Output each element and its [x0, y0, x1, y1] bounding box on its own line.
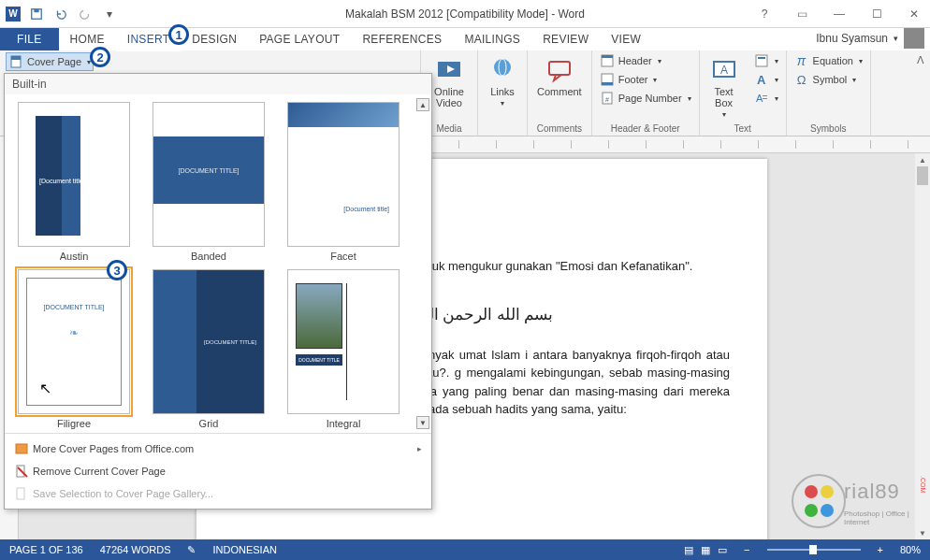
status-language[interactable]: INDONESIAN [212, 544, 276, 555]
text-box-label: Text Box [710, 86, 738, 108]
cover-page-button[interactable]: Cover Page ▾ [6, 52, 94, 71]
cover-banded-label: Banded [191, 251, 226, 262]
footer-label: Footer [618, 74, 648, 85]
ribbon-options-icon[interactable]: ▭ [790, 5, 814, 23]
minimize-button[interactable]: — [827, 5, 851, 23]
maximize-button[interactable]: ☐ [865, 5, 889, 23]
links-button[interactable]: Links▾ [484, 52, 521, 109]
group-text: Text [734, 122, 750, 136]
svg-text:A: A [756, 93, 763, 104]
gallery-scroll-up-icon[interactable]: ▲ [416, 98, 429, 111]
view-web-icon[interactable]: ▭ [718, 544, 727, 556]
footer-button[interactable]: Footer▾ [598, 71, 693, 88]
tab-review[interactable]: REVIEW [531, 28, 600, 50]
symbol-label: Symbol [813, 74, 848, 85]
status-words[interactable]: 47264 WORDS [100, 544, 171, 555]
view-read-icon[interactable]: ▤ [684, 544, 693, 556]
page-number-button[interactable]: #Page Number▾ [598, 90, 693, 107]
save-gallery-icon [14, 486, 29, 501]
annotation-3: 3 [107, 260, 127, 280]
thumb-integral-title: DOCUMENT TITLE [296, 354, 342, 366]
remove-cover-page-label: Remove Current Cover Page [33, 466, 166, 477]
tab-view[interactable]: VIEW [600, 28, 652, 50]
svg-rect-18 [756, 55, 767, 66]
drop-cap-icon: A [754, 91, 769, 106]
tab-references[interactable]: REFERENCES [351, 28, 453, 50]
svg-rect-9 [549, 62, 570, 75]
equation-button[interactable]: πEquation▾ [792, 52, 865, 69]
wordart-button[interactable]: A▾ [752, 71, 780, 88]
cover-austin[interactable]: [Document title] Austin [10, 102, 138, 262]
close-button[interactable]: ✕ [902, 5, 926, 23]
undo-icon[interactable] [52, 6, 69, 22]
thumb-grid-title: [DOCUMENT TITLE] [196, 270, 264, 413]
comment-icon [545, 54, 574, 84]
text-box-button[interactable]: AText Box▾ [705, 52, 743, 121]
cover-integral-label: Integral [327, 418, 361, 429]
zoom-in-button[interactable]: + [878, 544, 883, 555]
save-icon[interactable] [28, 6, 45, 22]
title-bar: W ▾ Makalah BSM 2012 [Compatibility Mode… [0, 0, 930, 28]
tab-page-layout[interactable]: PAGE LAYOUT [248, 28, 351, 50]
thumb-facet-title: [Document title] [343, 206, 389, 212]
cursor-icon: ↖ [39, 380, 51, 397]
cover-grid-label: Grid [199, 418, 219, 429]
scroll-thumb[interactable] [917, 166, 928, 185]
svg-rect-24 [16, 444, 27, 453]
cover-facet[interactable]: [Document title] Facet [280, 102, 407, 262]
status-page[interactable]: PAGE 1 OF 136 [9, 544, 83, 555]
cover-filigree[interactable]: [DOCUMENT TITLE]❧ Filigree [10, 269, 138, 429]
svg-rect-27 [17, 488, 24, 499]
zoom-level[interactable]: 80% [900, 544, 921, 555]
cover-banded[interactable]: [DOCUMENT TITLE] Banded [145, 102, 272, 262]
zoom-slider[interactable] [767, 549, 861, 551]
view-print-icon[interactable]: ▦ [701, 544, 710, 556]
header-icon [600, 53, 615, 68]
cover-page-label: Cover Page [27, 56, 81, 67]
cover-integral[interactable]: DOCUMENT TITLE Integral [280, 269, 407, 429]
quick-parts-button[interactable]: ▾ [752, 52, 780, 69]
redo-icon[interactable] [77, 6, 94, 22]
tab-file[interactable]: FILE [0, 28, 59, 50]
online-video-button[interactable]: Online Video [427, 52, 472, 110]
online-video-icon [434, 54, 464, 84]
scroll-up-icon[interactable]: ▲ [915, 153, 930, 166]
save-to-gallery-label: Save Selection to Cover Page Gallery... [33, 488, 213, 499]
more-cover-pages[interactable]: More Cover Pages from Office.com▸ [5, 438, 431, 460]
header-label: Header [618, 55, 652, 66]
tab-home[interactable]: HOME [59, 28, 116, 50]
status-proof-icon[interactable]: ✎ [187, 544, 196, 556]
zoom-out-button[interactable]: − [744, 544, 749, 555]
page-number-label: Page Number [618, 93, 682, 104]
tab-mailings[interactable]: MAILINGS [453, 28, 531, 50]
ornament-icon: ❧ [69, 326, 79, 339]
tab-design[interactable]: DESIGN [181, 28, 248, 50]
symbol-button[interactable]: ΩSymbol▾ [792, 71, 865, 88]
comment-button[interactable]: Comment [533, 52, 586, 99]
watermark-sub: Photoshop | Office | Internet [844, 510, 923, 526]
equation-label: Equation [813, 55, 853, 66]
cover-grid[interactable]: [DOCUMENT TITLE] Grid [145, 269, 272, 429]
user-name[interactable]: Ibnu Syamsun [816, 32, 888, 45]
remove-cover-page[interactable]: Remove Current Cover Page [5, 460, 431, 482]
svg-rect-13 [602, 82, 613, 85]
cover-austin-label: Austin [60, 251, 89, 262]
window-title: Makalah BSM 2012 [Compatibility Mode] - … [345, 7, 585, 21]
group-comments: Comments [537, 122, 582, 136]
help-icon[interactable]: ? [752, 5, 777, 23]
quick-parts-icon [754, 53, 769, 68]
user-avatar[interactable] [904, 28, 924, 49]
links-icon [487, 54, 517, 84]
header-button[interactable]: Header▾ [598, 52, 693, 69]
group-header-footer: Header & Footer [611, 122, 680, 136]
svg-rect-1 [34, 8, 38, 12]
thumb-filigree-title: [DOCUMENT TITLE] [19, 304, 129, 310]
qat-customize-icon[interactable]: ▾ [101, 6, 118, 22]
footer-icon [600, 72, 615, 87]
watermark-text: rial89 [844, 480, 900, 504]
collapse-ribbon-icon[interactable]: ᐱ [917, 54, 924, 66]
ribbon-tabs: FILE HOME INSERT DESIGN PAGE LAYOUT REFE… [0, 28, 930, 50]
gallery-scroll-down-icon[interactable]: ▼ [416, 416, 429, 429]
equation-icon: π [794, 53, 809, 68]
drop-cap-button[interactable]: A▾ [752, 90, 780, 107]
